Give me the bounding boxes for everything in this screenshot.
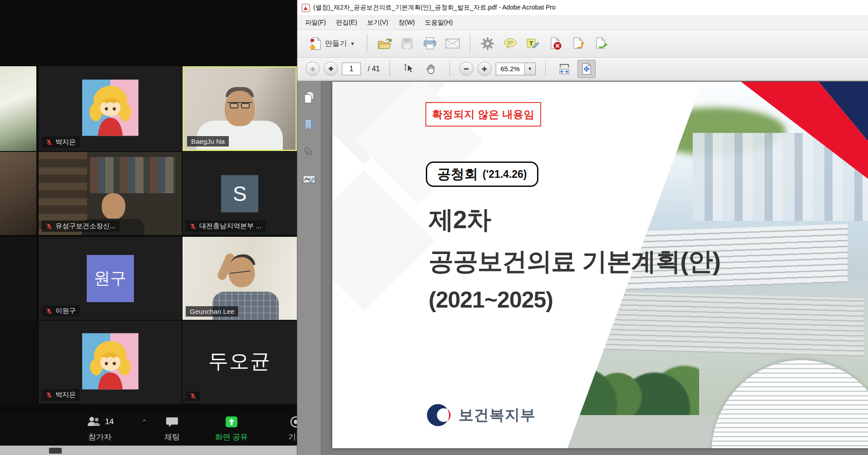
participant-name: Geunchan Lee [190,308,234,315]
fit-width-icon [558,63,571,75]
hand-tool-button[interactable] [422,60,440,78]
extract-page-icon [572,37,585,50]
fit-page-icon [580,63,593,75]
comment-button[interactable] [500,33,520,54]
video-tile-partial-2[interactable] [0,152,36,235]
ministry-name: 보건복지부 [459,405,536,426]
share-screen-label: 화면 공유 [215,432,248,442]
toolbar-separator [449,62,450,76]
video-tile-partial-3[interactable] [0,237,36,320]
menu-view[interactable]: 보기(V) [362,16,394,29]
zoom-level-control[interactable]: 65.2% ▼ [496,63,536,75]
bookmarks-button[interactable] [301,117,318,132]
zoom-in-button[interactable] [478,62,492,76]
corner-decoration [736,82,868,186]
menu-file[interactable]: 파일(F) [300,16,331,29]
participant-name-label: 박지은 [42,137,80,148]
video-tile-parkjieun-2[interactable]: 박지은 [39,321,182,404]
up-arrow-icon [310,66,316,72]
print-icon [423,37,437,50]
hearing-date: ('21.4.26) [483,168,527,181]
taskbar-app-icon[interactable] [49,448,62,454]
draft-warning-box: 확정되지 않은 내용임 [425,102,541,127]
menu-edit[interactable]: 편집(E) [331,16,362,29]
attachments-button[interactable] [301,144,318,160]
share-screen-icon [225,416,238,428]
participant-name-label: 이원구 [42,305,80,317]
email-button[interactable] [443,33,463,54]
extract-pages-button[interactable] [568,33,588,54]
cartoon-avatar-image [82,333,138,390]
video-tile-parkjieun-1[interactable]: 박지은 [39,66,182,151]
fit-page-button[interactable] [577,60,596,78]
delete-pages-button[interactable] [546,33,566,54]
edit-text-button[interactable]: T [523,33,543,54]
page-thumbnails-button[interactable] [301,90,318,105]
down-arrow-icon [328,66,334,72]
menu-help[interactable]: 도움말(H) [420,16,458,29]
signatures-button[interactable] [301,171,318,187]
save-button[interactable] [397,33,417,54]
settings-button[interactable] [478,33,498,54]
menu-window[interactable]: 창(W) [393,16,420,29]
video-tile-yuseong[interactable]: 유성구보건소장신... [39,152,182,235]
acrobat-titlebar[interactable]: (별첨)_제2차_공공보건의료_기본계획(안)_공청회_발표_자료.pdf - … [297,0,868,15]
participant-name: 대전충남지역본부 ... [199,222,261,230]
windows-taskbar-strip[interactable] [0,445,297,455]
chevron-up-icon[interactable]: ⌃ [141,418,147,426]
muted-mic-icon [190,223,196,230]
video-tile-leewongu[interactable]: 원구 이원구 [39,237,182,320]
muted-mic-icon [46,308,52,314]
acrobat-nav-toolbar: 1 / 41 65.2% ▼ [297,58,868,80]
participant-name: 박지은 [55,138,76,147]
bookmark-icon [303,118,315,131]
create-pdf-button[interactable]: 만들기 ▼ [304,34,360,53]
zoom-dropdown-caret[interactable]: ▼ [524,63,535,75]
participant-name-label: 유성구보건소장신... [42,220,120,232]
video-tile-partial-4[interactable] [0,321,36,404]
share-screen-button[interactable]: 화면 공유 [205,415,258,442]
toolbar-separator [470,34,470,53]
muted-mic-icon [46,392,52,398]
print-button[interactable] [420,33,440,54]
delete-page-icon [549,37,562,50]
create-pdf-label: 만들기 [325,39,347,49]
edit-text-icon: T [526,37,540,50]
video-tile-daejeon[interactable]: S 대전충남지역본부 ... [182,152,297,235]
create-pdf-icon [308,36,322,51]
comment-icon [503,38,518,49]
ministry-logo: 보건복지부 [426,402,536,428]
minus-icon [463,66,469,72]
record-button[interactable]: 기록 [278,415,297,442]
video-tile-duogyun[interactable]: 두오균 [182,321,297,404]
document-area: 확정되지 않은 내용임 공청회 ('21.4.26) 제2차 공공보건의료 기본… [297,81,868,455]
video-tile-geunchan-lee[interactable]: Geunchan Lee [182,237,297,320]
gear-icon [481,37,494,50]
fit-width-button[interactable] [555,60,573,78]
zoom-out-button[interactable] [459,62,473,76]
acrobat-menubar: 파일(F) 편집(E) 보기(V) 창(W) 도움말(H) [297,15,868,30]
paperclip-icon [303,146,316,158]
participant-name: 유성구보건소장신... [55,222,116,230]
zoom-level-value[interactable]: 65.2% [496,65,524,73]
chat-button[interactable]: 채팅 [156,415,188,442]
previous-page-button[interactable] [306,62,320,76]
page-number-input[interactable]: 1 [342,63,361,75]
window-title: (별첨)_제2차_공공보건의료_기본계획(안)_공청회_발표_자료.pdf - … [313,4,556,12]
zoom-toolbar: 14 ⌃ 참가자 채팅 [0,412,297,445]
slide-title-line1: 제2차 [429,203,491,237]
hearing-label: 공청회 [437,165,478,184]
participant-name: BaegJu Na [191,137,225,145]
muted-mic-icon [46,139,52,146]
acrobat-main-toolbar: 만들기 ▼ [297,30,868,58]
video-tile-partial-1[interactable] [0,66,36,151]
select-cursor-icon [403,63,414,75]
zoom-window: 박지은 BaegJu Na 유성구보건소장신... [0,0,297,455]
select-tool-button[interactable] [399,60,418,78]
next-page-button[interactable] [324,62,338,76]
participants-label: 참가자 [89,432,112,442]
video-tile-baegju-na[interactable]: BaegJu Na [182,66,297,151]
export-file-button[interactable] [591,33,611,54]
participants-button[interactable]: 14 ⌃ 참가자 [68,415,132,442]
open-file-button[interactable] [375,33,395,54]
